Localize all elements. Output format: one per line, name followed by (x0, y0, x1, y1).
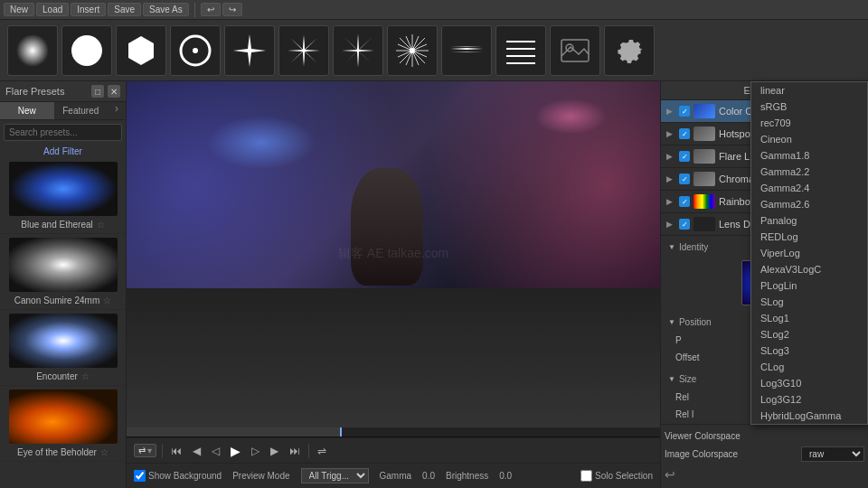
star-icon-canon[interactable]: ☆ (103, 296, 111, 305)
cs-PLogLin[interactable]: PLogLin (751, 277, 867, 294)
check-icon-3[interactable]: ✓ (679, 151, 690, 162)
save-as-button[interactable]: Save As (143, 3, 189, 16)
add-filter-button[interactable]: Add Filter (0, 145, 126, 158)
new-button[interactable]: New (4, 3, 34, 16)
expand-icon-6: ▶ (666, 220, 675, 229)
check-icon[interactable]: ✓ (679, 106, 690, 117)
scrubber-bar[interactable] (127, 427, 660, 437)
tab-more-icon[interactable]: › (108, 102, 126, 119)
brush-image[interactable] (550, 25, 600, 76)
top-toolbar: New Load Insert Save Save As ↩ ↪ (0, 0, 868, 20)
preview-area[interactable]: 辑客 AE talkae.com (127, 81, 660, 427)
cs-Gamma18[interactable]: Gamma1.8 (751, 147, 867, 164)
check-icon-4[interactable]: ✓ (679, 174, 690, 184)
redo-button[interactable]: ↪ (222, 3, 242, 16)
cs-ViperLog[interactable]: ViperLog (751, 245, 867, 261)
preset-item-eye[interactable]: Eye of the Beholder ☆ (0, 386, 126, 462)
cs-linear[interactable]: linear (751, 82, 867, 99)
flare-presets-header: Flare Presets □ ✕ (0, 81, 126, 102)
brush-sunburst[interactable] (387, 25, 438, 76)
preset-item-encounter[interactable]: Encounter ☆ (0, 310, 126, 386)
prev-frame-button[interactable]: ◀ (190, 443, 203, 459)
preset-item-canon[interactable]: Canon Sumire 24mm ☆ (0, 234, 126, 310)
star-icon-blue[interactable]: ☆ (97, 220, 105, 230)
save-button[interactable]: Save (108, 3, 141, 16)
brush-streaks[interactable] (441, 25, 492, 76)
star-icon-eye[interactable]: ☆ (100, 447, 108, 457)
cs-Cineon[interactable]: Cineon (751, 131, 867, 147)
cs-HybridLogGamma[interactable]: HybridLogGamma (751, 408, 867, 424)
cs-SLog1[interactable]: SLog1 (751, 310, 867, 326)
cs-sRGB[interactable]: sRGB (751, 99, 867, 115)
cs-SLog[interactable]: SLog (751, 294, 867, 310)
preset-label-encounter: Encounter (36, 371, 78, 381)
brush-settings[interactable] (604, 25, 655, 76)
brush-soft-circle[interactable] (7, 25, 58, 76)
expand-icon: ▶ (666, 107, 675, 116)
check-icon-5[interactable]: ✓ (679, 196, 690, 207)
pin-icon[interactable]: □ (91, 85, 104, 98)
cs-Gamma24[interactable]: Gamma2.4 (751, 180, 867, 196)
star-icon-encounter[interactable]: ☆ (81, 371, 90, 381)
brush-starburst2[interactable] (333, 25, 383, 76)
cs-Log3G10[interactable]: Log3G10 (751, 375, 867, 391)
cs-Panalog[interactable]: Panalog (751, 212, 867, 229)
prev-button[interactable]: ◁ (209, 443, 222, 459)
undo-icon[interactable]: ↩ (665, 467, 675, 482)
next-frame-button[interactable]: ▶ (268, 443, 281, 459)
elem-thumb-color-overlay (693, 104, 715, 118)
preview-mode-select[interactable]: All Trigg... (301, 468, 369, 483)
undo-button[interactable]: ↩ (201, 3, 221, 16)
brush-ring[interactable] (170, 25, 221, 76)
transport-dropdown[interactable]: ⇄ ▾ (134, 444, 156, 457)
cs-SLog3[interactable]: SLog3 (751, 343, 867, 359)
skip-end-button[interactable]: ⏭ (287, 443, 303, 459)
next-button[interactable]: ▷ (249, 443, 262, 459)
image-colorspace-select[interactable]: raw (801, 446, 864, 462)
colorspace-dropdown[interactable]: linear sRGB rec709 Cineon Gamma1.8 Gamma… (750, 81, 868, 425)
cs-Gamma22[interactable]: Gamma2.2 (751, 164, 867, 180)
preset-item-blue[interactable]: Blue and Ethereal ☆ (0, 158, 126, 234)
cs-AlexaV3LogC[interactable]: AlexaV3LogC (751, 261, 867, 277)
load-button[interactable]: Load (36, 3, 69, 16)
center-preview: 辑客 AE talkae.com ⇄ ▾ ⏮ ◀ ◁ ▶ ▷ ▶ ⏭ ⇌ (127, 81, 660, 488)
svg-rect-19 (450, 48, 483, 50)
play-button[interactable]: ▶ (228, 442, 243, 460)
cs-SLog2[interactable]: SLog2 (751, 326, 867, 343)
tab-new[interactable]: New (0, 102, 54, 119)
solo-selection-label[interactable]: Solo Selection (580, 470, 653, 482)
check-icon-2[interactable]: ✓ (679, 128, 690, 139)
insert-button[interactable]: Insert (71, 3, 106, 16)
identity-triangle: ▼ (668, 243, 675, 251)
check-icon-6[interactable]: ✓ (679, 219, 690, 230)
tab-featured[interactable]: Featured (54, 102, 108, 119)
brush-starburst[interactable] (278, 25, 329, 76)
search-input[interactable] (4, 124, 122, 141)
preset-thumb-eye (9, 389, 118, 444)
cs-CLog[interactable]: CLog (751, 359, 867, 375)
undo-row: ↩ (665, 465, 864, 484)
cs-Protune[interactable]: Protune (751, 424, 867, 425)
svg-point-0 (16, 34, 49, 67)
expand-icon-3: ▶ (666, 152, 675, 161)
preset-label-blue: Blue and Ethereal (21, 220, 93, 230)
expand-icon-4: ▶ (666, 174, 675, 183)
brush-hexagon[interactable] (116, 25, 166, 76)
brush-lines[interactable] (495, 25, 546, 76)
close-icon[interactable]: ✕ (108, 85, 120, 98)
cs-Log3G12[interactable]: Log3G12 (751, 391, 867, 408)
cs-REDLog[interactable]: REDLog (751, 229, 867, 245)
cs-rec709[interactable]: rec709 (751, 115, 867, 131)
position-triangle: ▼ (668, 318, 675, 326)
show-background-label[interactable]: Show Background (134, 470, 222, 482)
cs-Gamma26[interactable]: Gamma2.6 (751, 196, 867, 212)
brush-star4[interactable] (224, 25, 275, 76)
size-label: Size (679, 374, 696, 384)
scrubber-handle (340, 427, 342, 436)
show-background-checkbox[interactable] (134, 470, 146, 482)
svg-rect-20 (450, 52, 483, 52)
skip-start-button[interactable]: ⏮ (168, 443, 184, 459)
solo-selection-checkbox[interactable] (580, 470, 592, 482)
brush-hard-circle[interactable] (61, 25, 112, 76)
loop-button[interactable]: ⇌ (315, 443, 329, 459)
